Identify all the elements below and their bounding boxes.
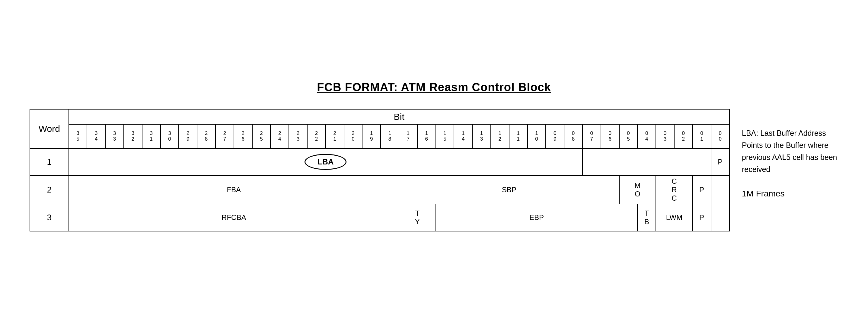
bit-18: 18 [380, 124, 399, 149]
word-2: 2 [30, 176, 69, 204]
bit-29: 29 [179, 124, 197, 149]
bit-23: 23 [289, 124, 307, 149]
bit-00: 00 [711, 124, 730, 149]
lba-note: LBA: Last Buffer Address Points to the B… [742, 127, 838, 175]
bit-05: 05 [619, 124, 638, 149]
frames-note: 1M Frames [742, 187, 838, 200]
bit-24: 24 [271, 124, 289, 149]
page-title: FCB FORMAT: ATM Reasm Control Block [30, 81, 838, 94]
bit-30: 30 [161, 124, 179, 149]
bit-26: 26 [234, 124, 252, 149]
rfcba-cell: RFCBA [69, 204, 399, 231]
table-row: 3 RFCBA TY EBP TB LWM P [30, 204, 730, 231]
table-wrapper: Word Bit 35 34 33 32 31 30 29 28 27 [30, 109, 730, 231]
rfcba-p-cell: P [693, 204, 711, 231]
bit-header: Bit [69, 109, 730, 124]
bit-31: 31 [142, 124, 161, 149]
rfcba-extra [711, 204, 730, 231]
fba-cell: FBA [69, 176, 399, 204]
bit-15: 15 [436, 124, 454, 149]
bit-11: 11 [509, 124, 528, 149]
fcb-table: Word Bit 35 34 33 32 31 30 29 28 27 [30, 109, 730, 231]
bit-16: 16 [417, 124, 436, 149]
bit-numbers-row: 35 34 33 32 31 30 29 28 27 26 25 24 23 2… [30, 124, 730, 149]
word-1: 1 [30, 149, 69, 176]
lba-cell: LBA [69, 149, 583, 176]
bit-14: 14 [454, 124, 472, 149]
bit-08: 08 [564, 124, 583, 149]
ebp-cell: EBP [436, 204, 638, 231]
bit-21: 21 [326, 124, 344, 149]
side-notes: LBA: Last Buffer Address Points to the B… [742, 109, 838, 200]
bit-33: 33 [105, 124, 124, 149]
word-header: Word [30, 109, 69, 149]
bit-01: 01 [693, 124, 711, 149]
bit-13: 13 [472, 124, 491, 149]
bit-20: 20 [344, 124, 363, 149]
bit-17: 17 [399, 124, 417, 149]
table-row: 1 LBA P [30, 149, 730, 176]
bit-02: 02 [674, 124, 693, 149]
table-row: 2 FBA SBP MO CRC P [30, 176, 730, 204]
bit-32: 32 [124, 124, 142, 149]
crc-cell: CRC [656, 176, 693, 204]
lwm-cell: LWM [656, 204, 693, 231]
sbp-cell: SBP [399, 176, 619, 204]
word-3: 3 [30, 204, 69, 231]
lba-empty [583, 149, 711, 176]
bit-07: 07 [583, 124, 601, 149]
mo-cell: MO [619, 176, 656, 204]
ty-cell: TY [399, 204, 436, 231]
page: FCB FORMAT: ATM Reasm Control Block Word… [11, 69, 857, 244]
bit-34: 34 [87, 124, 105, 149]
bit-19: 19 [362, 124, 380, 149]
bit-12: 12 [491, 124, 509, 149]
fba-extra [711, 176, 730, 204]
bit-04: 04 [638, 124, 656, 149]
bit-10: 10 [528, 124, 546, 149]
bit-25: 25 [252, 124, 271, 149]
bit-03: 03 [656, 124, 674, 149]
bit-22: 22 [307, 124, 326, 149]
bit-28: 28 [197, 124, 216, 149]
lba-label: LBA [305, 154, 346, 170]
fba-p-cell: P [693, 176, 711, 204]
lba-p: P [711, 149, 730, 176]
bit-27: 27 [216, 124, 234, 149]
content-area: Word Bit 35 34 33 32 31 30 29 28 27 [30, 109, 838, 231]
bit-35: 35 [69, 124, 87, 149]
bit-06: 06 [601, 124, 619, 149]
tb-cell: TB [638, 204, 656, 231]
bit-09: 09 [546, 124, 564, 149]
